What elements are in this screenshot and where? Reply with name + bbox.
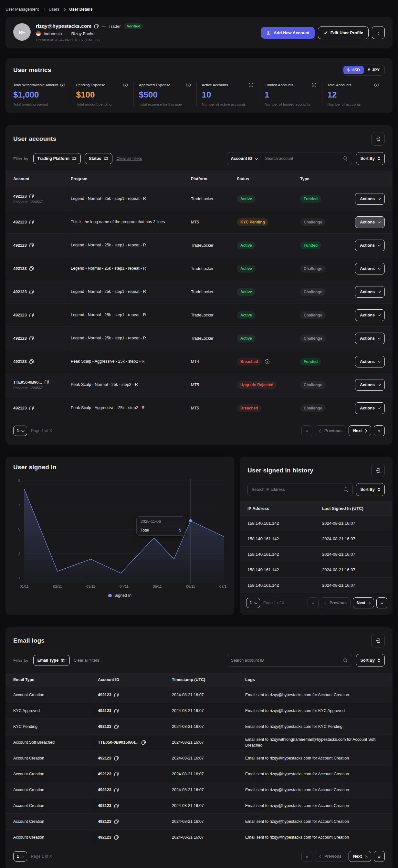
row-actions-button[interactable]: Actions bbox=[355, 356, 385, 368]
clear-all-filters-link[interactable]: Clear all filters bbox=[74, 658, 99, 662]
table-row[interactable]: 158.140.161.142 2024-08-21 16:07 bbox=[240, 531, 393, 547]
copy-icon[interactable] bbox=[114, 804, 119, 808]
copy-icon[interactable] bbox=[29, 194, 34, 198]
export-history-button[interactable] bbox=[371, 464, 385, 477]
table-row[interactable]: Account Creation 492123 2024-08-21 16:07… bbox=[5, 687, 393, 703]
table-row[interactable]: 492123 This is the long name of the prog… bbox=[5, 210, 393, 234]
search-category-dropdown[interactable]: Account ID bbox=[227, 156, 261, 161]
export-email-logs-button[interactable] bbox=[371, 634, 385, 647]
info-icon[interactable]: i bbox=[312, 83, 316, 87]
info-icon[interactable]: i bbox=[374, 83, 379, 87]
table-row[interactable]: 492123 Legend - Normal - 25k - step1 - r… bbox=[5, 234, 393, 257]
previous-page-button[interactable]: Previous bbox=[315, 425, 346, 436]
table-row[interactable]: Account Creation 492123 2024-08-21 16:07… bbox=[5, 750, 393, 766]
table-row[interactable]: 492123 Peak Scalp - Aggressive - 25k - s… bbox=[5, 350, 393, 373]
signin-chart-svg[interactable]: 9753101/1102/1103/1104/1105/1106/1107/11 bbox=[13, 475, 226, 589]
table-row[interactable]: KYC Approved 492123 2024-08-21 16:07 Ema… bbox=[5, 703, 393, 718]
table-row[interactable]: 158.140.161.142 2024-08-21 16:07 bbox=[240, 516, 393, 531]
table-row[interactable]: 492123 Peak Scalp - Aggressive - 25k - s… bbox=[5, 396, 393, 420]
export-accounts-button[interactable] bbox=[371, 132, 385, 146]
ip-search-input[interactable] bbox=[252, 487, 341, 492]
next-page-button[interactable]: Next bbox=[348, 851, 371, 862]
info-icon[interactable]: i bbox=[123, 83, 128, 87]
table-row[interactable]: 492123 Legend - Normal - 25k - step1 - r… bbox=[5, 327, 393, 350]
row-actions-button[interactable]: Actions bbox=[355, 309, 385, 321]
copy-icon[interactable] bbox=[29, 336, 34, 340]
first-page-button[interactable]: « bbox=[308, 597, 318, 609]
add-new-account-button[interactable]: Add New Account bbox=[261, 27, 315, 39]
table-row[interactable]: Account Soft Breached TTE050-0B90150A4..… bbox=[5, 734, 393, 750]
table-row[interactable]: KYC Pending 492123 2024-08-21 16:07 Emai… bbox=[5, 718, 393, 734]
first-page-button[interactable]: « bbox=[301, 851, 312, 862]
row-actions-button[interactable]: Actions bbox=[355, 402, 385, 414]
currency-jpy-toggle[interactable]: ¥ JPY bbox=[364, 66, 384, 74]
table-row[interactable]: 158.140.161.142 2024-08-21 16:07 bbox=[240, 547, 393, 562]
copy-icon[interactable] bbox=[114, 788, 119, 792]
copy-icon[interactable] bbox=[114, 819, 119, 824]
info-icon[interactable]: i bbox=[60, 83, 65, 87]
table-row[interactable]: 158.140.161.142 2024-08-21 16:07 bbox=[240, 578, 393, 593]
filter-trading-platform-button[interactable]: Trading Platform bbox=[33, 153, 81, 164]
table-row[interactable]: 492123 Previous: 1234567 Legend - Normal… bbox=[5, 187, 393, 210]
table-row[interactable]: 492123 Legend - Normal - 25k - step1 - r… bbox=[5, 280, 393, 303]
table-row[interactable]: 158.140.161.142 2024-08-21 16:07 bbox=[240, 562, 393, 578]
next-page-button[interactable]: Next bbox=[353, 597, 374, 609]
copy-icon[interactable] bbox=[94, 24, 98, 28]
copy-icon[interactable] bbox=[114, 756, 119, 761]
last-page-button[interactable]: » bbox=[374, 851, 385, 862]
filter-status-button[interactable]: Status bbox=[85, 153, 113, 164]
copy-icon[interactable] bbox=[114, 724, 119, 729]
copy-icon[interactable] bbox=[114, 835, 119, 840]
info-icon[interactable]: i bbox=[186, 83, 191, 87]
next-page-button[interactable]: Next bbox=[348, 425, 371, 436]
table-row[interactable]: TTE050-0B90... Previous: 1234567 Peak Sc… bbox=[5, 373, 393, 396]
table-row[interactable]: Account Creation 492123 2024-08-21 16:07… bbox=[5, 782, 393, 798]
copy-icon[interactable] bbox=[29, 243, 34, 247]
table-row[interactable]: 492123 Legend - Normal - 25k - step1 - r… bbox=[5, 257, 393, 280]
copy-icon[interactable] bbox=[29, 360, 34, 364]
filter-email-type-button[interactable]: Email Type bbox=[33, 655, 70, 666]
row-actions-button[interactable]: Actions bbox=[355, 263, 385, 275]
clear-all-filters-link[interactable]: Clear all filters bbox=[116, 156, 142, 161]
last-page-button[interactable]: » bbox=[374, 425, 385, 436]
last-page-button[interactable]: » bbox=[376, 597, 387, 609]
email-search-input[interactable] bbox=[231, 658, 340, 662]
first-page-button[interactable]: « bbox=[301, 425, 312, 436]
copy-icon[interactable] bbox=[44, 380, 49, 384]
copy-icon[interactable] bbox=[29, 220, 34, 224]
row-actions-button[interactable]: Actions bbox=[355, 286, 385, 298]
table-row[interactable]: Account Creation 492123 2024-08-21 16:07… bbox=[5, 798, 393, 813]
edit-user-profile-button[interactable]: Edit User Profile bbox=[318, 27, 369, 39]
more-options-button[interactable]: ⋮ bbox=[372, 26, 385, 39]
copy-icon[interactable] bbox=[114, 693, 119, 697]
row-actions-button[interactable]: Actions bbox=[355, 240, 385, 251]
page-size-dropdown[interactable]: 1 bbox=[13, 426, 27, 436]
page-size-dropdown[interactable]: 1 bbox=[246, 598, 260, 608]
info-icon[interactable]: i bbox=[249, 83, 253, 87]
history-sort-button[interactable]: Sort By bbox=[356, 483, 385, 496]
table-row[interactable]: Account Creation 492123 2024-08-21 16:07… bbox=[5, 829, 393, 845]
row-actions-button[interactable]: Actions bbox=[355, 216, 385, 228]
breadcrumb-user-management[interactable]: User Management bbox=[5, 7, 39, 11]
table-row[interactable]: 492123 Legend - Normal - 25k - step1 - r… bbox=[5, 303, 393, 327]
copy-icon[interactable] bbox=[114, 709, 119, 713]
copy-icon[interactable] bbox=[142, 740, 146, 745]
email-sort-button[interactable]: Sort By bbox=[356, 654, 385, 667]
status-info-icon[interactable]: i bbox=[265, 360, 269, 364]
copy-icon[interactable] bbox=[29, 313, 34, 317]
row-actions-button[interactable]: Actions bbox=[355, 379, 385, 391]
row-actions-button[interactable]: Actions bbox=[355, 333, 385, 344]
breadcrumb-users[interactable]: Users bbox=[49, 7, 59, 11]
row-actions-button[interactable]: Actions bbox=[355, 193, 385, 205]
table-row[interactable]: Account Creation 492123 2024-08-21 16:07… bbox=[5, 766, 393, 782]
copy-icon[interactable] bbox=[29, 290, 34, 294]
previous-page-button[interactable]: Previous bbox=[321, 597, 350, 609]
copy-icon[interactable] bbox=[29, 267, 34, 271]
page-size-dropdown[interactable]: 1 bbox=[13, 851, 27, 862]
currency-usd-toggle[interactable]: $ USD bbox=[343, 66, 364, 74]
account-search-input[interactable] bbox=[265, 156, 340, 161]
previous-page-button[interactable]: Previous bbox=[315, 851, 346, 862]
table-row[interactable]: Account Creation 492123 2024-08-21 16:07… bbox=[5, 813, 393, 829]
accounts-sort-button[interactable]: Sort By bbox=[356, 152, 385, 165]
copy-icon[interactable] bbox=[114, 772, 119, 776]
